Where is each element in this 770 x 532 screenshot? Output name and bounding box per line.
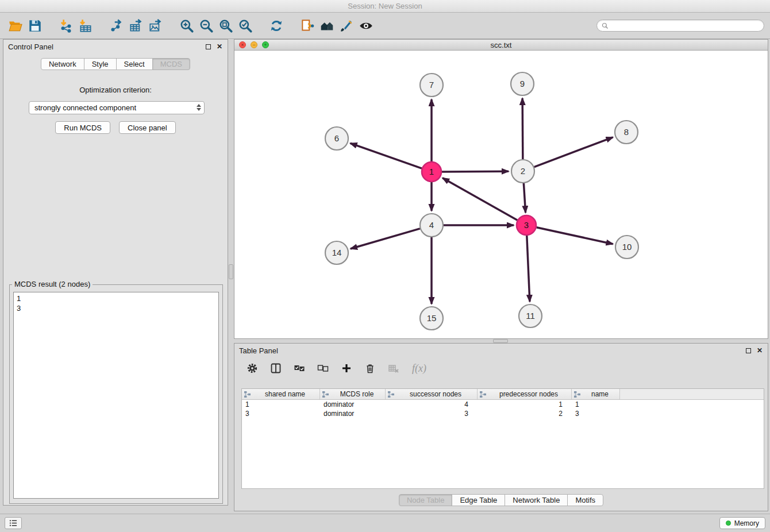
graph-edge-2-3[interactable] — [523, 183, 525, 213]
tab-edge-table[interactable]: Edge Table — [452, 494, 505, 506]
tab-network-table[interactable]: Network Table — [505, 494, 568, 506]
network-canvas-svg: 1234678910111415 — [234, 51, 768, 338]
graph-node-label: 7 — [429, 80, 434, 90]
graph-edge-1-6[interactable] — [351, 143, 422, 168]
float-panel-icon[interactable] — [205, 43, 211, 50]
app-window: Session: New Session — [0, 0, 770, 532]
window-titlebar: Session: New Session — [0, 0, 770, 13]
table-cell[interactable]: 3 — [386, 410, 478, 418]
memory-button[interactable]: Memory — [719, 517, 765, 529]
graph-node-label: 6 — [334, 133, 339, 143]
close-panel-icon[interactable]: ✕ — [216, 43, 223, 50]
search-input[interactable] — [611, 22, 759, 30]
graph-edge-2-9[interactable] — [522, 98, 523, 159]
tab-motifs[interactable]: Motifs — [567, 494, 603, 506]
export-table-icon[interactable] — [126, 17, 146, 35]
zoom-selected-icon[interactable] — [236, 17, 255, 35]
zoom-in-icon[interactable] — [177, 17, 197, 35]
run-mcds-button[interactable]: Run MCDS — [55, 121, 110, 134]
select-stepper-icon — [197, 104, 201, 111]
graph-edge-4-14[interactable] — [351, 229, 420, 249]
network-window-titlebar: × − + scc.txt — [234, 40, 768, 51]
criterion-select-value: strongly connected component — [34, 103, 136, 112]
search-box[interactable] — [596, 20, 764, 32]
export-network-icon[interactable] — [107, 17, 126, 35]
graph-edge-3-1[interactable] — [442, 178, 517, 220]
table-cell[interactable]: 3 — [242, 410, 320, 418]
list-icon — [9, 519, 18, 527]
minimize-window-icon[interactable]: − — [251, 41, 257, 48]
show-hide-icon[interactable] — [356, 17, 376, 35]
add-column-icon[interactable] — [339, 361, 354, 376]
import-network-file-icon[interactable] — [56, 17, 76, 35]
graph-edge-1-2[interactable] — [442, 171, 509, 172]
home-overview-icon[interactable] — [317, 17, 337, 35]
network-canvas[interactable]: 1234678910111415 — [234, 51, 768, 338]
table-row[interactable]: 1dominator411 — [242, 400, 764, 409]
tab-style[interactable]: Style — [84, 58, 117, 70]
zoom-fit-icon[interactable] — [216, 17, 236, 35]
control-panel-title: Control Panel — [8, 43, 53, 51]
show-columns-icon[interactable] — [268, 361, 283, 376]
graph-edge-2-8[interactable] — [534, 137, 613, 167]
mcds-result-line: 1 — [17, 294, 215, 303]
delete-column-trash-icon[interactable] — [363, 361, 378, 376]
table-cell[interactable]: 1 — [572, 400, 620, 408]
main-toolbar — [0, 13, 770, 39]
column-header-mcds-role[interactable]: MCDS role — [320, 389, 386, 399]
graph-edge-3-11[interactable] — [527, 236, 530, 302]
deselect-all-columns-icon[interactable] — [315, 361, 330, 376]
table-body: 1dominator4113dominator323 — [242, 400, 764, 418]
criterion-select[interactable]: strongly connected component — [29, 101, 205, 114]
function-builder-fx-icon: f(x) — [412, 363, 426, 375]
table-cell[interactable]: 1 — [242, 400, 320, 408]
graph-node-label: 15 — [427, 313, 437, 323]
graph-node-label: 11 — [526, 311, 535, 321]
vertical-splitter-handle[interactable] — [229, 264, 233, 279]
table-settings-gear-icon[interactable] — [245, 361, 260, 376]
column-header-label: name — [582, 390, 618, 398]
float-table-panel-icon[interactable] — [745, 347, 752, 354]
table-cell[interactable]: 2 — [478, 410, 572, 418]
maximize-window-icon[interactable]: + — [262, 41, 269, 48]
close-table-panel-icon[interactable]: ✕ — [756, 347, 763, 354]
column-header-predecessor-nodes[interactable]: predecessor nodes — [478, 389, 572, 399]
graph-node-label: 2 — [521, 166, 525, 176]
close-panel-button[interactable]: Close panel — [119, 121, 176, 134]
table-cell[interactable]: 4 — [386, 400, 478, 408]
column-header-successor-nodes[interactable]: successor nodes — [386, 389, 478, 399]
table-cell[interactable]: 1 — [478, 400, 572, 408]
column-header-name[interactable]: name — [572, 389, 620, 399]
mcds-result-list[interactable]: 13 — [13, 292, 219, 499]
graph-node-label: 8 — [624, 127, 629, 137]
table-cell[interactable]: 3 — [572, 410, 620, 418]
open-file-icon[interactable] — [6, 17, 25, 35]
export-image-icon[interactable] — [146, 17, 165, 35]
table-toolbar: f(x) — [234, 357, 768, 379]
table-row[interactable]: 3dominator323 — [242, 409, 764, 418]
task-history-button[interactable] — [5, 517, 22, 529]
control-panel: Control Panel ✕ NetworkStyleSelectMCDS O… — [3, 39, 228, 506]
control-panel-header: Control Panel ✕ — [3, 40, 228, 53]
tab-select[interactable]: Select — [116, 58, 153, 70]
graph-edge-3-10[interactable] — [537, 228, 613, 244]
column-type-icon — [244, 391, 251, 398]
horizontal-splitter-handle[interactable] — [493, 339, 508, 343]
column-type-icon — [322, 391, 329, 398]
column-header-shared-name[interactable]: shared name — [242, 389, 320, 399]
save-session-icon[interactable] — [25, 17, 45, 35]
tab-node-table[interactable]: Node Table — [399, 494, 453, 506]
table-cell[interactable]: dominator — [320, 410, 386, 418]
clone-network-icon[interactable] — [298, 17, 317, 35]
import-table-file-icon[interactable] — [76, 17, 95, 35]
apply-style-icon[interactable] — [337, 17, 356, 35]
zoom-out-icon[interactable] — [197, 17, 216, 35]
close-window-icon[interactable]: × — [239, 41, 246, 48]
table-cell[interactable]: dominator — [320, 400, 386, 408]
table-panel-header: Table Panel ✕ — [234, 344, 768, 357]
tab-network[interactable]: Network — [41, 58, 84, 70]
tab-mcds[interactable]: MCDS — [152, 58, 190, 70]
refresh-icon[interactable] — [267, 17, 286, 35]
select-all-columns-icon[interactable] — [292, 361, 307, 376]
node-table: shared nameMCDS rolesuccessor nodesprede… — [241, 388, 764, 489]
